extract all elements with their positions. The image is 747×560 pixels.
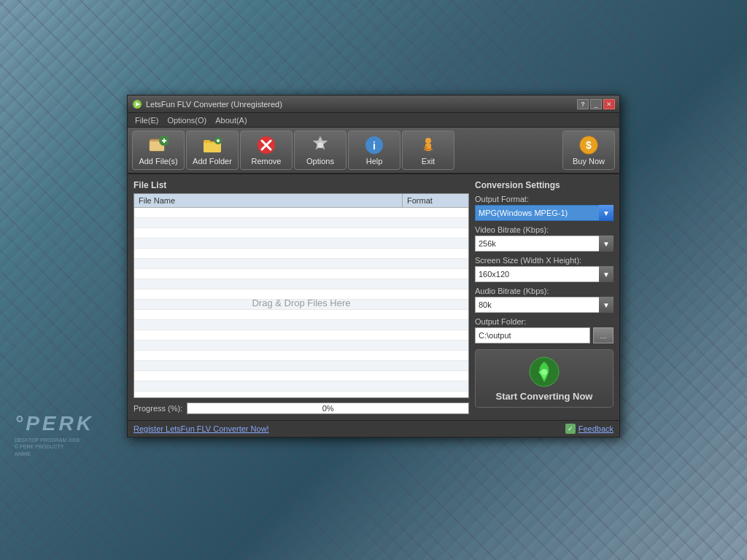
audio-bitrate-wrapper: 32k 64k 80k 128k 192k ▼	[475, 297, 614, 313]
add-files-label: Add File(s)	[139, 157, 177, 166]
table-row	[134, 320, 468, 330]
video-bitrate-label: Video Bitrate (Kbps):	[475, 225, 614, 234]
buy-now-button[interactable]: $ Buy Now	[562, 131, 615, 170]
progress-bar: 0%	[187, 402, 469, 414]
browse-button[interactable]: ...	[593, 327, 614, 343]
svg-rect-8	[217, 139, 219, 142]
video-bitrate-select[interactable]: 128k 256k 512k 1024k	[475, 236, 614, 252]
table-row	[134, 259, 468, 269]
progress-value: 0%	[322, 404, 334, 413]
menu-bar: File(E) Options(O) About(A)	[128, 113, 619, 128]
add-folder-label: Add Folder	[193, 157, 232, 166]
screen-size-label: Screen Size (Width X Height):	[475, 256, 614, 265]
help-label: Help	[366, 157, 383, 166]
output-folder-input[interactable]: C:\output	[475, 327, 590, 343]
svg-point-13	[317, 142, 323, 148]
table-row	[134, 371, 468, 381]
perk-watermark: °PERK DESKTOP PROGRAM 2008© PERK PRODUCT…	[15, 412, 94, 458]
table-row	[134, 300, 468, 310]
table-row	[134, 238, 468, 249]
help-button[interactable]: ?	[577, 99, 589, 109]
start-converting-button[interactable]: Start Converting Now	[475, 349, 614, 408]
file-table-header: File Name Format	[134, 194, 468, 208]
app-window: LetsFun FLV Converter (Unregistered) ? _…	[127, 95, 620, 438]
exit-icon	[418, 135, 438, 155]
conversion-settings-panel: Conversion Settings Output Format: MPG(W…	[475, 180, 614, 414]
help-icon: i	[364, 135, 384, 155]
screen-size-wrapper: 160x120 320x240 640x480 1280x720 ▼	[475, 266, 614, 282]
feedback-icon: ✓	[565, 424, 576, 434]
file-list-title: File List	[133, 180, 469, 190]
table-row	[134, 208, 468, 218]
menu-options[interactable]: Options(O)	[163, 114, 211, 126]
screen-size-select[interactable]: 160x120 320x240 640x480 1280x720	[475, 266, 614, 282]
exit-label: Exit	[422, 157, 435, 166]
options-button[interactable]: Options	[294, 131, 347, 170]
minimize-button[interactable]: _	[590, 99, 602, 109]
table-row	[134, 330, 468, 341]
toolbar: Add File(s) Add Folder	[128, 128, 619, 174]
remove-button[interactable]: Remove	[240, 131, 293, 170]
column-format: Format	[403, 194, 468, 207]
add-files-icon	[148, 135, 169, 155]
table-row	[134, 289, 468, 300]
file-table-body[interactable]: Drag & Drop Files Here	[134, 208, 468, 397]
title-bar: LetsFun FLV Converter (Unregistered) ? _…	[128, 96, 619, 113]
options-label: Options	[306, 157, 334, 166]
output-folder-label: Output Folder:	[475, 317, 614, 326]
output-format-wrapper: MPG(Windows MPEG-1) AVI MP4 FLV WMV MOV …	[475, 205, 614, 221]
conversion-settings-title: Conversion Settings	[475, 180, 614, 190]
help-toolbar-button[interactable]: i Help	[348, 131, 400, 170]
main-content: File List File Name Format	[128, 174, 619, 420]
output-format-select[interactable]: MPG(Windows MPEG-1) AVI MP4 FLV WMV MOV	[475, 205, 614, 221]
audio-bitrate-label: Audio Bitrate (Kbps):	[475, 287, 614, 295]
app-icon	[132, 99, 142, 109]
output-folder-row: C:\output ...	[475, 327, 614, 343]
svg-rect-5	[163, 139, 165, 143]
table-row	[134, 249, 468, 259]
menu-about[interactable]: About(A)	[211, 114, 251, 126]
remove-label: Remove	[252, 157, 282, 166]
perk-subtext: DESKTOP PROGRAM 2008© PERK PRODUCTYANIME	[15, 437, 94, 458]
register-link[interactable]: Register LetsFun FLV Converter Now!	[133, 424, 269, 433]
options-icon	[310, 135, 330, 155]
column-filename: File Name	[134, 194, 403, 207]
svg-text:i: i	[373, 140, 376, 152]
add-folder-icon	[202, 135, 222, 155]
exit-button[interactable]: Exit	[402, 131, 454, 170]
window-title: LetsFun FLV Converter (Unregistered)	[146, 100, 577, 109]
table-row	[134, 361, 468, 371]
table-row	[134, 351, 468, 361]
file-list-panel: File List File Name Format	[133, 180, 469, 414]
close-button[interactable]: ✕	[603, 99, 615, 109]
table-row	[134, 269, 468, 279]
start-converting-label: Start Converting Now	[496, 391, 593, 402]
buy-now-icon: $	[578, 135, 599, 155]
svg-text:$: $	[586, 139, 592, 151]
svg-point-23	[541, 369, 547, 375]
video-bitrate-wrapper: 128k 256k 512k 1024k ▼	[475, 236, 614, 252]
footer: Register LetsFun FLV Converter Now! ✓ Fe…	[128, 420, 619, 437]
add-folder-button[interactable]: Add Folder	[186, 131, 239, 170]
table-row	[134, 341, 468, 351]
table-row	[134, 228, 468, 238]
remove-icon	[256, 135, 276, 155]
add-files-button[interactable]: Add File(s)	[132, 131, 185, 170]
table-row	[134, 279, 468, 289]
progress-label: Progress (%):	[133, 404, 182, 413]
feedback-link[interactable]: Feedback	[578, 424, 614, 433]
buy-now-label: Buy Now	[573, 157, 605, 166]
file-table: File Name Format	[133, 193, 469, 398]
audio-bitrate-select[interactable]: 32k 64k 80k 128k 192k	[475, 297, 614, 313]
table-row	[134, 218, 468, 228]
convert-icon	[528, 356, 560, 388]
svg-rect-18	[424, 147, 427, 148]
progress-section: Progress (%): 0%	[133, 402, 469, 414]
file-table-rows	[134, 208, 468, 392]
feedback-section: ✓ Feedback	[565, 424, 614, 434]
menu-file[interactable]: File(E)	[131, 114, 163, 126]
table-row	[134, 381, 468, 392]
perk-logo-text: °PERK	[15, 412, 94, 435]
table-row	[134, 310, 468, 320]
svg-point-16	[425, 138, 431, 144]
